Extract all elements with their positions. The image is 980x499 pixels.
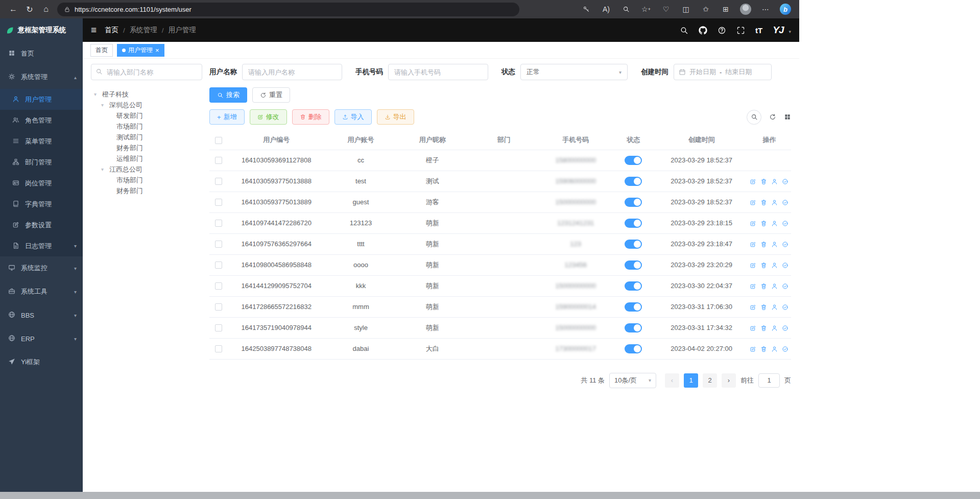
sidebar-item-日志管理[interactable]: 日志管理▾ bbox=[0, 235, 83, 256]
fullscreen-icon[interactable] bbox=[736, 26, 745, 35]
tree-expand-icon[interactable]: ▾ bbox=[101, 167, 109, 172]
delete-row-icon[interactable] bbox=[760, 304, 767, 311]
approve-icon[interactable] bbox=[782, 178, 788, 185]
tree-node[interactable]: 财务部门 bbox=[91, 185, 202, 196]
breadcrumb-home[interactable]: 首页 bbox=[105, 26, 118, 35]
approve-icon[interactable] bbox=[782, 346, 788, 352]
table-search-button[interactable] bbox=[747, 110, 761, 125]
edit-row-icon[interactable] bbox=[750, 346, 756, 352]
sidebar-item-用户管理[interactable]: 用户管理 bbox=[0, 89, 83, 110]
row-checkbox[interactable] bbox=[215, 345, 222, 352]
approve-icon[interactable] bbox=[782, 241, 788, 248]
copilot-icon[interactable]: b bbox=[780, 4, 791, 15]
table-column-settings-button[interactable] bbox=[784, 113, 791, 121]
github-icon[interactable] bbox=[699, 26, 707, 35]
user-detail-icon[interactable] bbox=[771, 283, 778, 290]
user-detail-icon[interactable] bbox=[771, 346, 778, 352]
sidebar-item-菜单管理[interactable]: 菜单管理 bbox=[0, 131, 83, 152]
back-icon[interactable]: ← bbox=[5, 2, 21, 16]
row-checkbox[interactable] bbox=[215, 262, 222, 269]
phone-input[interactable] bbox=[388, 64, 488, 80]
approve-icon[interactable] bbox=[782, 325, 788, 331]
sidebar-collapse-icon[interactable]: ≡ bbox=[91, 25, 97, 36]
status-toggle[interactable] bbox=[625, 219, 642, 228]
row-checkbox[interactable] bbox=[215, 303, 222, 311]
edit-row-icon[interactable] bbox=[750, 262, 756, 269]
user-detail-icon[interactable] bbox=[771, 262, 778, 269]
tree-node[interactable]: 市场部门 bbox=[91, 175, 202, 185]
date-range-picker[interactable]: 开始日期 - 结束日期 bbox=[674, 64, 772, 80]
user-detail-icon[interactable] bbox=[771, 178, 778, 185]
prev-page-button[interactable]: ‹ bbox=[665, 373, 679, 388]
search-button[interactable]: 搜索 bbox=[209, 87, 247, 103]
goto-page-input[interactable] bbox=[758, 373, 780, 388]
row-checkbox[interactable] bbox=[215, 282, 222, 290]
tree-node[interactable]: 运维部门 bbox=[91, 153, 202, 164]
edit-row-icon[interactable] bbox=[750, 199, 756, 206]
delete-row-icon[interactable] bbox=[760, 220, 767, 227]
delete-row-icon[interactable] bbox=[760, 325, 767, 331]
row-checkbox[interactable] bbox=[215, 241, 222, 248]
sidebar-item-系统监控[interactable]: 系统监控▾ bbox=[0, 256, 83, 280]
status-toggle[interactable] bbox=[625, 156, 642, 165]
delete-row-icon[interactable] bbox=[760, 178, 767, 185]
sidebar-item-首页[interactable]: 首页 bbox=[0, 42, 83, 65]
font-size-icon[interactable]: tT bbox=[755, 26, 762, 35]
split-screen-icon[interactable]: ◫ bbox=[680, 4, 691, 15]
edit-row-icon[interactable] bbox=[750, 283, 756, 290]
edit-row-icon[interactable] bbox=[750, 325, 756, 331]
tree-node[interactable]: 财务部门 bbox=[91, 142, 202, 153]
tree-node[interactable]: 测试部门 bbox=[91, 132, 202, 142]
row-checkbox[interactable] bbox=[215, 157, 222, 164]
approve-icon[interactable] bbox=[782, 220, 788, 227]
password-key-icon[interactable] bbox=[581, 4, 592, 15]
reset-button[interactable]: 重置 bbox=[252, 87, 290, 103]
collections-icon[interactable]: ⊞ bbox=[720, 4, 731, 15]
page-1-button[interactable]: 1 bbox=[684, 373, 698, 388]
delete-row-icon[interactable] bbox=[760, 262, 767, 269]
edit-row-icon[interactable] bbox=[750, 178, 756, 185]
user-detail-icon[interactable] bbox=[771, 220, 778, 227]
browser-essentials-icon[interactable]: ♡ bbox=[660, 4, 672, 15]
tree-expand-icon[interactable]: ▾ bbox=[94, 91, 102, 97]
modify-button[interactable]: 修改 bbox=[250, 109, 287, 125]
zoom-icon[interactable] bbox=[620, 4, 632, 15]
username-input[interactable] bbox=[242, 64, 342, 80]
row-checkbox[interactable] bbox=[215, 324, 222, 331]
edit-row-icon[interactable] bbox=[750, 304, 756, 311]
sidebar-item-角色管理[interactable]: 角色管理 bbox=[0, 110, 83, 131]
table-refresh-button[interactable] bbox=[769, 113, 776, 121]
import-button[interactable]: 导入 bbox=[334, 109, 372, 125]
sidebar-item-部门管理[interactable]: 部门管理 bbox=[0, 152, 83, 173]
browser-home-icon[interactable]: ⌂ bbox=[38, 2, 54, 16]
row-checkbox[interactable] bbox=[215, 220, 222, 227]
edit-row-icon[interactable] bbox=[750, 241, 756, 248]
approve-icon[interactable] bbox=[782, 262, 788, 269]
sidebar-item-参数设置[interactable]: 参数设置 bbox=[0, 215, 83, 235]
reload-icon[interactable]: ↻ bbox=[21, 2, 38, 16]
header-search-icon[interactable] bbox=[680, 26, 688, 35]
status-toggle[interactable] bbox=[625, 302, 642, 312]
page-2-button[interactable]: 2 bbox=[703, 373, 717, 388]
next-page-button[interactable]: › bbox=[722, 373, 736, 388]
status-toggle[interactable] bbox=[625, 177, 642, 186]
sidebar-item-系统工具[interactable]: 系统工具▾ bbox=[0, 280, 83, 303]
sidebar-item-岗位管理[interactable]: 岗位管理 bbox=[0, 173, 83, 194]
tree-node[interactable]: ▾江西总公司 bbox=[91, 164, 202, 175]
tree-expand-icon[interactable]: ▾ bbox=[101, 102, 109, 108]
favorites-icon[interactable]: ✩ bbox=[700, 4, 711, 15]
status-toggle[interactable] bbox=[625, 281, 642, 291]
breadcrumb-system[interactable]: 系统管理 bbox=[130, 26, 157, 35]
sidebar-item-BBS[interactable]: BBS▾ bbox=[0, 303, 83, 327]
delete-row-icon[interactable] bbox=[760, 199, 767, 206]
delete-row-icon[interactable] bbox=[760, 241, 767, 248]
add-button[interactable]: + 新增 bbox=[209, 109, 245, 125]
tree-node[interactable]: 研发部门 bbox=[91, 110, 202, 121]
tree-node[interactable]: 市场部门 bbox=[91, 121, 202, 132]
row-checkbox[interactable] bbox=[215, 178, 222, 185]
tab-user-management[interactable]: 用户管理 × bbox=[117, 44, 164, 57]
tree-node[interactable]: ▾深圳总公司 bbox=[91, 100, 202, 110]
status-select[interactable]: 正常 ▾ bbox=[520, 64, 628, 80]
user-menu-caret-icon[interactable]: ▾ bbox=[788, 29, 791, 34]
status-toggle[interactable] bbox=[625, 260, 642, 270]
